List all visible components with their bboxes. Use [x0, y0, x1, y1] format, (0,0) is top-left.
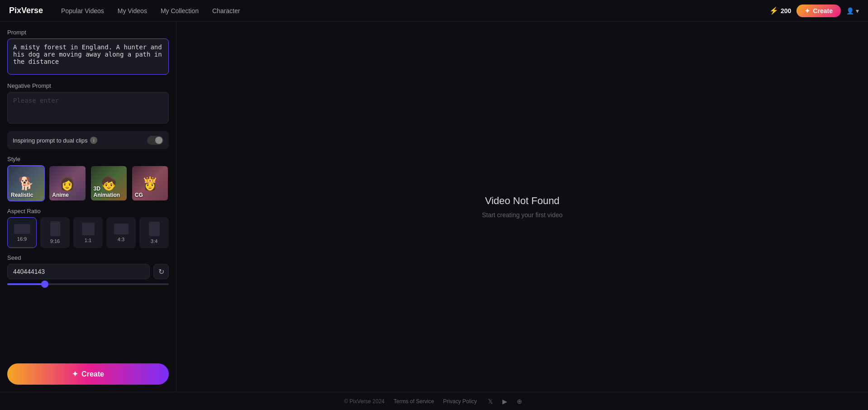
discord-icon[interactable]: ⊕ [515, 397, 524, 406]
left-panel: Prompt Negative Prompt Inspiring prompt … [0, 22, 176, 392]
credits-count: 200 [781, 7, 791, 14]
main-layout: Prompt Negative Prompt Inspiring prompt … [0, 22, 868, 392]
aspect-9-16-label: 9:16 [50, 238, 60, 244]
prompt-input[interactable] [7, 38, 169, 75]
prompt-section: Prompt [7, 29, 169, 76]
not-found-title: Video Not Found [485, 195, 560, 207]
toggle-knob [155, 137, 162, 144]
style-cg[interactable]: 👸 CG [131, 165, 169, 201]
style-realistic[interactable]: 🐕 Realistic [7, 165, 45, 201]
nav-character[interactable]: Character [212, 7, 240, 14]
aspect-ratio-section: Aspect Ratio 16:9 9:16 1:1 4:3 [7, 208, 169, 248]
terms-link[interactable]: Terms of Service [394, 398, 434, 405]
nav-my-videos[interactable]: My Videos [118, 7, 147, 14]
info-icon[interactable]: i [90, 137, 97, 144]
logo: PixVerse [9, 6, 43, 15]
inspiring-prompt-toggle-row: Inspiring prompt to dual clips i [7, 131, 169, 149]
aspect-1-1-box [82, 223, 95, 235]
style-section: Style 🐕 Realistic 👩 Anime 🧒 [7, 156, 169, 201]
aspect-3-4-label: 3:4 [151, 238, 157, 244]
aspect-16-9-box [14, 224, 30, 234]
chevron-down-icon: ▾ [856, 7, 859, 14]
aspect-ratio-label: Aspect Ratio [7, 208, 169, 215]
aspect-9-16[interactable]: 9:16 [40, 217, 70, 248]
style-3d-label: 3D Animation [94, 186, 127, 198]
aspect-3-4[interactable]: 3:4 [139, 217, 169, 248]
credits-badge: ⚡ 200 [769, 6, 791, 15]
seed-row: ↻ [7, 264, 169, 279]
copyright: © PixVerse 2024 [344, 398, 385, 405]
negative-prompt-input[interactable] [7, 92, 169, 124]
aspect-4-3-box [114, 224, 129, 234]
create-sparkle-icon: ✦ [72, 370, 78, 378]
style-anime[interactable]: 👩 Anime [48, 165, 86, 201]
sparkle-icon: ✦ [805, 7, 810, 14]
seed-section: Seed ↻ [7, 254, 169, 286]
header-right: ⚡ 200 ✦ Create 👤 ▾ [769, 5, 859, 17]
aspect-4-3[interactable]: 4:3 [106, 217, 136, 248]
aspect-1-1-label: 1:1 [85, 238, 91, 243]
aspect-4-3-label: 4:3 [118, 237, 124, 242]
seed-label: Seed [7, 254, 169, 261]
header-create-button[interactable]: ✦ Create [796, 5, 841, 17]
negative-prompt-section: Negative Prompt [7, 82, 169, 125]
dual-clips-toggle[interactable] [147, 136, 163, 145]
header-create-label: Create [813, 7, 833, 14]
aspect-1-1[interactable]: 1:1 [73, 217, 103, 248]
lightning-icon: ⚡ [769, 6, 778, 15]
nav-popular-videos[interactable]: Popular Videos [61, 7, 104, 14]
twitter-icon[interactable]: 𝕏 [486, 397, 495, 406]
main-nav: Popular Videos My Videos My Collection C… [61, 7, 769, 14]
user-menu[interactable]: 👤 ▾ [846, 7, 859, 14]
seed-slider[interactable] [7, 283, 169, 285]
social-links: 𝕏 ▶ ⊕ [486, 397, 524, 406]
aspect-grid: 16:9 9:16 1:1 4:3 3:4 [7, 217, 169, 248]
not-found-subtitle: Start creating your first video [482, 211, 563, 219]
style-anime-label: Anime [52, 192, 69, 198]
seed-refresh-button[interactable]: ↻ [153, 264, 169, 279]
toggle-label-area: Inspiring prompt to dual clips i [13, 137, 97, 144]
prompt-label: Prompt [7, 29, 169, 36]
aspect-3-4-box [149, 222, 160, 236]
aspect-9-16-box [50, 221, 60, 236]
style-realistic-label: Realistic [11, 192, 33, 198]
main-create-button[interactable]: ✦ Create [7, 363, 169, 385]
footer: © PixVerse 2024 Terms of Service Privacy… [0, 392, 868, 410]
style-grid: 🐕 Realistic 👩 Anime 🧒 3D Animation [7, 165, 169, 201]
negative-prompt-label: Negative Prompt [7, 82, 169, 89]
seed-input[interactable] [7, 264, 150, 279]
right-panel: Video Not Found Start creating your firs… [176, 22, 868, 392]
aspect-16-9[interactable]: 16:9 [7, 217, 37, 248]
privacy-link[interactable]: Privacy Policy [443, 398, 477, 405]
nav-my-collection[interactable]: My Collection [161, 7, 199, 14]
youtube-icon[interactable]: ▶ [501, 397, 510, 406]
aspect-16-9-label: 16:9 [17, 236, 27, 242]
user-icon: 👤 [846, 7, 854, 14]
main-create-label: Create [81, 370, 104, 378]
style-3d[interactable]: 🧒 3D Animation [90, 165, 128, 201]
style-label: Style [7, 156, 169, 162]
style-cg-label: CG [135, 192, 143, 198]
toggle-label-text: Inspiring prompt to dual clips [13, 137, 87, 144]
refresh-icon: ↻ [158, 267, 164, 276]
